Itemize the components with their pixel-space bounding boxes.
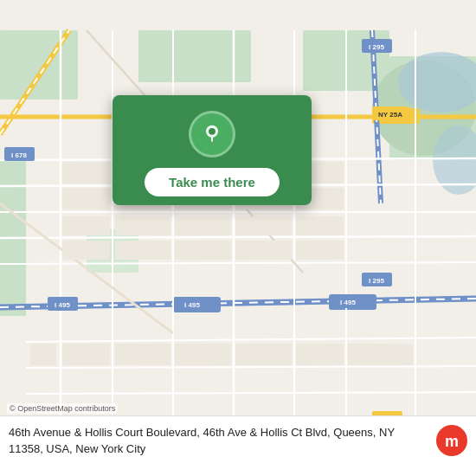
location-popup: Take me there bbox=[113, 95, 312, 205]
svg-text:NY 25A: NY 25A bbox=[378, 111, 402, 119]
svg-rect-77 bbox=[62, 344, 110, 365]
address-text: 46th Avenue & Hollis Court Boulevard, 46… bbox=[9, 425, 428, 458]
svg-text:I 495: I 495 bbox=[184, 301, 200, 309]
svg-rect-66 bbox=[62, 216, 110, 235]
svg-rect-82 bbox=[348, 344, 413, 365]
moovit-logo-icon: m bbox=[436, 425, 467, 456]
svg-rect-79 bbox=[175, 344, 231, 365]
svg-rect-56 bbox=[62, 162, 110, 183]
svg-text:I 495: I 495 bbox=[340, 299, 356, 306]
svg-rect-73 bbox=[175, 241, 231, 260]
osm-attribution: © OpenStreetMap contributors bbox=[7, 403, 118, 414]
svg-rect-75 bbox=[296, 241, 344, 260]
moovit-logo: m bbox=[436, 425, 467, 456]
svg-rect-80 bbox=[235, 344, 292, 365]
take-me-there-button[interactable]: Take me there bbox=[145, 168, 280, 196]
svg-rect-68 bbox=[175, 216, 231, 235]
svg-text:I 678: I 678 bbox=[11, 151, 27, 159]
svg-rect-78 bbox=[115, 344, 170, 365]
svg-rect-71 bbox=[62, 241, 110, 260]
svg-text:I 295: I 295 bbox=[369, 43, 384, 51]
map-container: I 678 NY 25A NY 25A I 295 I 295 I 495 I … bbox=[0, 0, 476, 476]
svg-rect-67 bbox=[115, 216, 170, 235]
svg-rect-57 bbox=[62, 188, 110, 209]
popup-icon-area bbox=[113, 95, 312, 166]
svg-rect-1 bbox=[0, 30, 78, 100]
svg-rect-69 bbox=[235, 216, 292, 235]
location-pin bbox=[189, 111, 235, 158]
svg-text:I 295: I 295 bbox=[369, 277, 384, 285]
svg-text:I 495: I 495 bbox=[55, 301, 70, 309]
svg-text:m: m bbox=[445, 433, 459, 450]
svg-point-84 bbox=[209, 128, 215, 135]
svg-rect-70 bbox=[296, 216, 344, 235]
svg-rect-74 bbox=[235, 241, 292, 260]
svg-rect-81 bbox=[296, 344, 344, 365]
bottom-bar: 46th Avenue & Hollis Court Boulevard, 46… bbox=[0, 415, 476, 476]
pin-icon bbox=[203, 125, 222, 144]
svg-rect-76 bbox=[30, 344, 56, 365]
svg-rect-72 bbox=[115, 241, 170, 260]
